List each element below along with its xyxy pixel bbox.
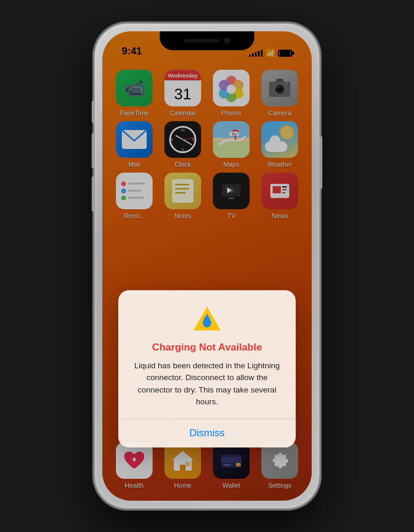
alert-overlay: Charging Not Available Liquid has been d… [102, 31, 312, 501]
alert-warning-icon [192, 304, 222, 334]
volume-down-button [92, 176, 95, 212]
phone-screen: 9:41 📶 📹 [102, 31, 312, 501]
phone-body: 9:41 📶 📹 [95, 24, 319, 508]
alert-icon-container [130, 304, 284, 334]
alert-message: Liquid has been detected in the Lightnin… [130, 360, 284, 408]
dismiss-button[interactable]: Dismiss [118, 419, 296, 447]
alert-dialog: Charging Not Available Liquid has been d… [118, 290, 296, 447]
volume-up-button [92, 133, 95, 168]
alert-title: Charging Not Available [130, 341, 284, 354]
alert-content-area: Charging Not Available Liquid has been d… [118, 290, 296, 419]
mute-switch [92, 100, 95, 123]
alert-actions: Dismiss [118, 419, 296, 447]
power-button [319, 136, 322, 189]
